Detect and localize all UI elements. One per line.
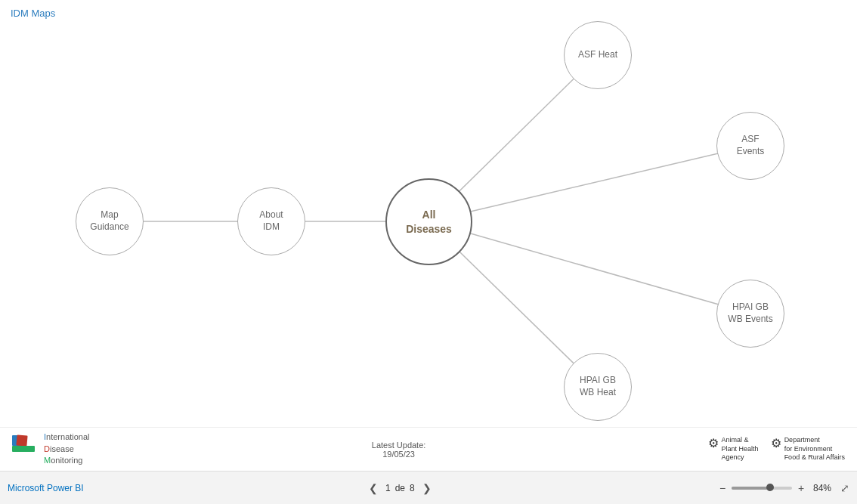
latest-update-block: Latest Update: 19/05/23 — [372, 441, 426, 459]
government-logos: ⚙ Animal & Plant Health Agency ⚙ Departm… — [708, 436, 845, 462]
latest-update-label: Latest Update: — [372, 441, 426, 450]
map-guidance-node[interactable]: Map Guidance — [76, 187, 144, 255]
zoom-bar: − + 84% ⤢ — [716, 482, 849, 494]
asf-heat-node[interactable]: ASF Heat — [564, 21, 632, 89]
asf-events-label: ASF Events — [737, 134, 765, 157]
idm-logo: International Disease Monitoring — [12, 431, 90, 466]
apha-logo: ⚙ Animal & Plant Health Agency — [708, 436, 759, 462]
zoom-slider-fill — [732, 487, 768, 490]
logo-icon — [12, 435, 35, 462]
zoom-percent-label: 84% — [813, 483, 831, 493]
apha-text: Animal & Plant Health Agency — [722, 436, 759, 462]
page-next-button[interactable]: ❯ — [419, 481, 435, 496]
hpai-gb-wb-heat-node[interactable]: HPAI GB WB Heat — [564, 353, 632, 421]
zoom-in-button[interactable]: + — [795, 482, 807, 494]
page-total: 8 — [410, 483, 415, 493]
page-prev-button[interactable]: ❮ — [366, 481, 381, 496]
svg-line-4 — [428, 146, 750, 221]
asf-heat-label: ASF Heat — [578, 49, 617, 61]
app-title: IDM Maps — [11, 8, 55, 19]
power-bi-link[interactable]: Microsoft Power BI — [8, 483, 84, 493]
all-diseases-node[interactable]: All Diseases — [385, 178, 472, 265]
map-guidance-label: Map Guidance — [90, 209, 128, 233]
zoom-slider-thumb[interactable] — [766, 484, 774, 491]
latest-update-date: 19/05/23 — [372, 450, 426, 459]
hpai-gb-wb-heat-label: HPAI GB WB Heat — [580, 375, 616, 398]
hpai-gb-wb-events-node[interactable]: HPAI GB WB Events — [716, 280, 784, 348]
svg-line-5 — [428, 221, 750, 314]
info-bar: International Disease Monitoring Latest … — [0, 427, 857, 471]
zoom-out-button[interactable]: − — [716, 482, 729, 494]
crown-icon-2: ⚙ — [771, 436, 781, 450]
defra-logo: ⚙ Department for Environment Food & Rura… — [771, 436, 845, 462]
about-idm-node[interactable]: About IDM — [237, 187, 305, 255]
crown-icon-1: ⚙ — [708, 436, 719, 450]
logo-text: International Disease Monitoring — [44, 431, 90, 466]
page-current: 1 — [385, 483, 391, 493]
about-idm-label: About IDM — [259, 209, 283, 233]
pagination: ❮ 1 de 8 ❯ — [366, 481, 435, 496]
fit-to-screen-button[interactable]: ⤢ — [840, 482, 849, 494]
zoom-slider[interactable] — [732, 487, 792, 490]
bottom-bar: Microsoft Power BI ❮ 1 de 8 ❯ − + 84% ⤢ — [0, 471, 857, 504]
page-separator: de — [395, 483, 405, 493]
defra-text: Department for Environment Food & Rural … — [784, 436, 845, 462]
asf-events-node[interactable]: ASF Events — [716, 112, 784, 180]
all-diseases-label: All Diseases — [406, 208, 452, 235]
hpai-gb-wb-events-label: HPAI GB WB Events — [728, 301, 772, 325]
canvas: IDM Maps All Diseases Map Guidance — [0, 0, 857, 468]
